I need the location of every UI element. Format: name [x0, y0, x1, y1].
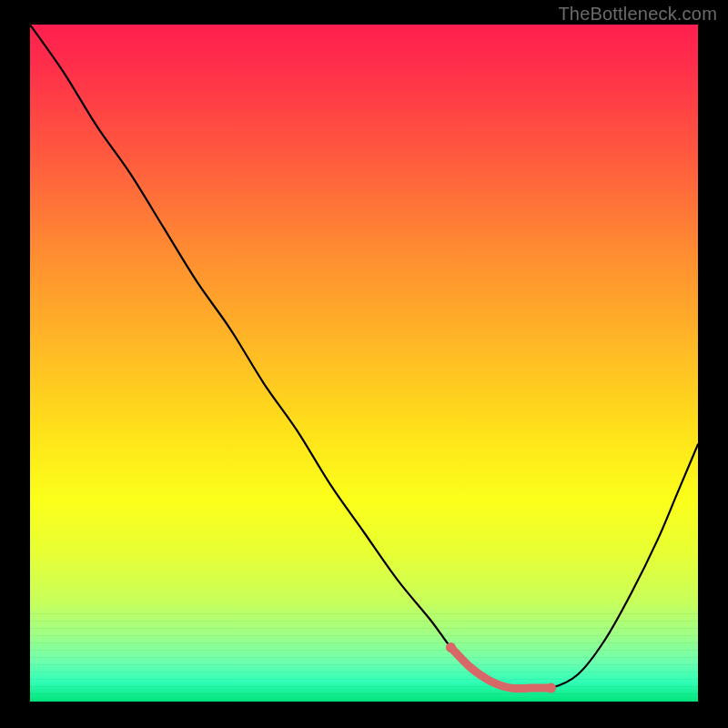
valley-start-dot	[446, 642, 456, 652]
chart-frame: TheBottleneck.com	[0, 0, 728, 728]
valley-end-dot	[546, 683, 556, 693]
valley-highlight	[450, 648, 551, 689]
bottleneck-curve	[30, 25, 698, 689]
watermark-text: TheBottleneck.com	[558, 4, 717, 25]
plot-area	[30, 25, 698, 702]
bottleneck-curve-svg	[30, 25, 698, 702]
